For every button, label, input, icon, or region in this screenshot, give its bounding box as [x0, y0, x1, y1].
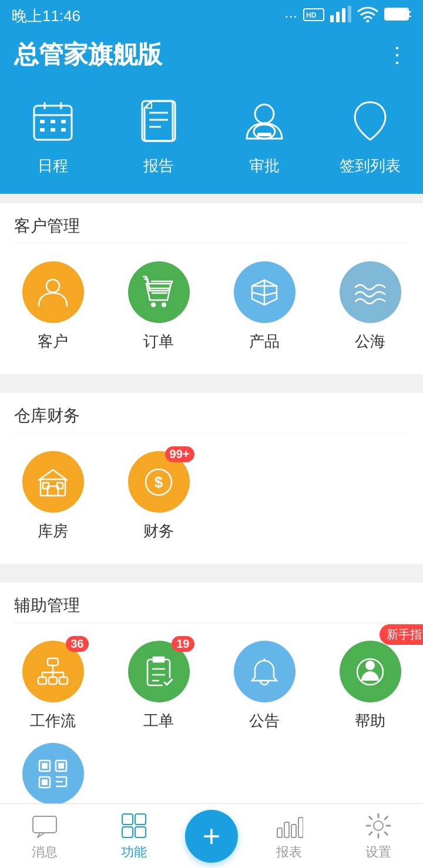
svg-rect-2	[330, 15, 334, 22]
time: 晚上11:46	[12, 6, 80, 26]
product-circle	[234, 261, 296, 323]
gap1	[0, 194, 423, 203]
workorder-badge: 19	[172, 636, 194, 652]
svg-rect-79	[298, 817, 303, 837]
wifi-icon	[357, 6, 378, 26]
order-icon-item[interactable]: 订单	[106, 255, 212, 358]
svg-point-30	[46, 280, 59, 292]
schedule-item[interactable]: 日程	[9, 95, 97, 176]
notice-icon-item[interactable]: 公告	[212, 635, 317, 737]
finance-circle: $ 99+	[128, 451, 190, 513]
nav-add-button[interactable]: +	[185, 810, 238, 863]
product-label: 产品	[249, 331, 280, 352]
status-icons: ··· HD	[284, 6, 411, 26]
warehouse-section: 仓库财务 库房 $ 99+ 财务	[0, 393, 423, 564]
sea-icon-item[interactable]: 公海	[317, 255, 423, 358]
svg-point-60	[365, 661, 375, 670]
workorder-label: 工单	[143, 711, 174, 731]
svg-line-38	[252, 292, 264, 295]
aux-section-title: 辅助管理	[0, 583, 423, 623]
finance-label: 财务	[143, 521, 174, 541]
workflow-icon-item[interactable]: 36 工作流	[0, 635, 106, 737]
customer-icons-grid: 客户 订单 产品 公海	[0, 244, 423, 374]
signal-icon	[330, 6, 351, 26]
svg-rect-3	[336, 12, 340, 22]
svg-rect-47	[38, 677, 46, 684]
customer-circle	[22, 261, 84, 323]
new-guide-badge: 新手指南	[380, 624, 423, 645]
svg-rect-64	[42, 763, 48, 769]
svg-point-27	[254, 125, 275, 139]
sea-circle	[340, 261, 401, 323]
svg-rect-8	[386, 9, 407, 19]
svg-point-31	[151, 302, 156, 307]
report-nav-icon	[275, 812, 303, 840]
workflow-circle: 36	[22, 641, 84, 702]
nav-report[interactable]: 报表	[251, 812, 327, 861]
svg-rect-19	[40, 128, 45, 132]
nav-settings[interactable]: 设置	[340, 812, 417, 861]
notice-circle	[234, 641, 296, 702]
customer-label: 客户	[38, 331, 68, 352]
plus-icon: +	[203, 821, 220, 852]
svg-point-26	[255, 105, 274, 123]
app-title: 总管家旗舰版	[14, 38, 162, 71]
svg-rect-28	[257, 133, 271, 136]
warehouse-icon-item[interactable]: 库房	[0, 445, 106, 547]
svg-rect-71	[33, 816, 56, 833]
svg-rect-17	[51, 120, 55, 123]
checkin-item[interactable]: 签到列表	[326, 95, 414, 176]
svg-rect-66	[42, 779, 48, 785]
scan-circle	[22, 743, 84, 805]
svg-rect-77	[284, 822, 289, 837]
svg-rect-40	[41, 479, 65, 496]
svg-point-80	[374, 821, 383, 830]
svg-rect-73	[135, 814, 146, 825]
order-label: 订单	[143, 331, 174, 352]
report-icon	[132, 95, 185, 147]
customer-icon-item[interactable]: 客户	[0, 255, 106, 358]
svg-rect-21	[61, 128, 66, 132]
svg-rect-4	[342, 8, 345, 22]
help-label: 帮助	[355, 711, 385, 731]
order-circle	[128, 261, 190, 323]
report-label: 报告	[143, 156, 174, 176]
svg-point-6	[367, 20, 370, 23]
svg-rect-49	[59, 677, 68, 684]
svg-rect-78	[291, 825, 296, 837]
finance-icon-item[interactable]: $ 99+ 财务	[106, 445, 212, 547]
gap3	[0, 573, 423, 583]
help-icon-item[interactable]: 新手指南 帮助	[317, 635, 423, 737]
approval-icon	[238, 95, 291, 147]
svg-point-29	[364, 112, 376, 123]
svg-rect-74	[122, 827, 133, 837]
more-menu-icon[interactable]: ⋮	[387, 38, 409, 68]
svg-line-39	[264, 292, 277, 295]
function-icon	[120, 812, 148, 840]
checkin-icon	[344, 95, 397, 147]
report-item[interactable]: 报告	[115, 95, 203, 176]
svg-rect-76	[277, 828, 282, 837]
settings-icon	[364, 812, 392, 840]
sea-label: 公海	[355, 331, 385, 352]
svg-text:$: $	[155, 473, 163, 491]
warehouse-label: 库房	[38, 521, 68, 541]
nav-settings-label: 设置	[365, 843, 391, 861]
svg-rect-65	[58, 763, 64, 769]
nav-message[interactable]: 消息	[6, 812, 83, 861]
workorder-icon-item[interactable]: 19 工单	[106, 635, 212, 737]
gap2	[0, 383, 423, 393]
top-icons-row: 日程 报告 审批 签到列表	[0, 89, 423, 194]
product-icon-item[interactable]: 产品	[212, 255, 317, 358]
svg-point-32	[162, 302, 166, 307]
finance-badge: 99+	[165, 446, 194, 462]
notice-label: 公告	[249, 711, 280, 731]
svg-rect-46	[48, 658, 58, 665]
hd-badge: HD	[303, 7, 324, 25]
nav-function-label: 功能	[121, 843, 147, 861]
nav-function[interactable]: 功能	[96, 812, 172, 861]
warehouse-circle	[22, 451, 84, 513]
checkin-label: 签到列表	[340, 156, 401, 176]
approval-item[interactable]: 审批	[220, 95, 308, 176]
signal-dots: ···	[284, 7, 297, 25]
